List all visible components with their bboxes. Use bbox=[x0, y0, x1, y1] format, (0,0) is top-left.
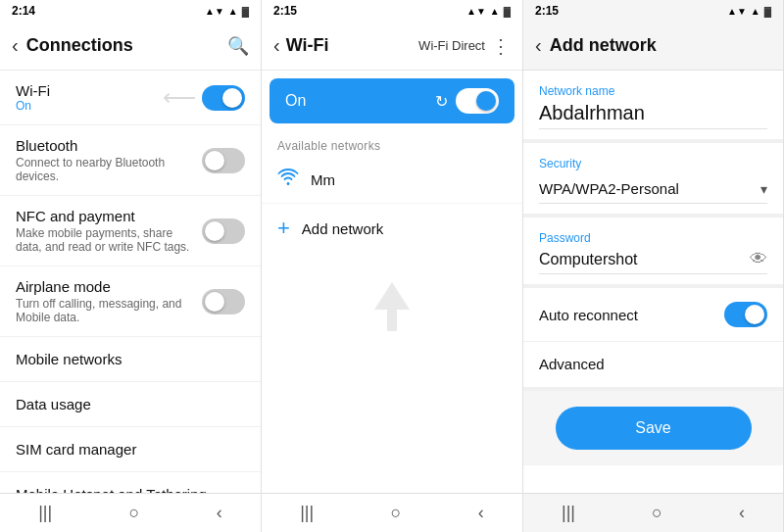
advanced-label: Advanced bbox=[539, 356, 605, 372]
add-network-title: Add network bbox=[550, 35, 771, 56]
wifi-status: On bbox=[16, 99, 163, 113]
back-button-3[interactable]: ‹ bbox=[535, 34, 542, 57]
wifi-icon-3: ▲ bbox=[751, 6, 760, 17]
bluetooth-toggle[interactable] bbox=[202, 148, 245, 173]
auto-reconnect-toggle[interactable] bbox=[724, 302, 767, 327]
time-3: 2:15 bbox=[535, 4, 559, 18]
nfc-sub: Make mobile payments, share data, and re… bbox=[16, 226, 202, 254]
save-button[interactable]: Save bbox=[556, 407, 752, 450]
bluetooth-name: Bluetooth bbox=[16, 137, 202, 154]
wifi-toggle[interactable] bbox=[202, 85, 245, 111]
network-name-section: Network name Abdalrhman bbox=[523, 71, 783, 143]
wifi-icon-2: ▲ bbox=[490, 6, 500, 17]
connections-title: Connections bbox=[26, 35, 220, 56]
nav-recent-2[interactable]: ||| bbox=[284, 499, 329, 527]
status-bar-2: 2:15 ▲▼ ▲ ▓ bbox=[262, 0, 522, 22]
nfc-name: NFC and payment bbox=[16, 208, 202, 224]
wifi-icon-1: ▲ bbox=[228, 6, 238, 17]
network-name-label: Network name bbox=[539, 84, 767, 98]
nav-bar-1: ||| ○ ‹ bbox=[0, 493, 261, 532]
password-label: Password bbox=[539, 231, 767, 245]
wifi-header: ‹ Wi-Fi Wi-Fi Direct ⋮ bbox=[262, 22, 522, 71]
battery-icon-3: ▓ bbox=[764, 6, 771, 17]
add-network-form: Network name Abdalrhman Security WPA/WPA… bbox=[523, 71, 783, 493]
available-networks-label: Available networks bbox=[262, 131, 522, 157]
wifi-on-toggle[interactable] bbox=[456, 88, 499, 114]
security-dropdown-arrow: ▾ bbox=[760, 181, 767, 197]
wifi-panel: 2:15 ▲▼ ▲ ▓ ‹ Wi-Fi Wi-Fi Direct ⋮ On ↻ … bbox=[262, 0, 523, 532]
signal-icon-2: ▲▼ bbox=[466, 6, 486, 17]
data-usage-item[interactable]: Data usage bbox=[0, 382, 261, 427]
airplane-info: Airplane mode Turn off calling, messagin… bbox=[16, 278, 202, 324]
wifi-arrow-hint: ⟵ bbox=[163, 84, 196, 112]
show-password-icon[interactable]: 👁 bbox=[750, 249, 767, 269]
nav-back-2[interactable]: ‹ bbox=[463, 499, 500, 527]
sim-card-manager-item[interactable]: SIM card manager bbox=[0, 427, 261, 472]
add-network-label: Add network bbox=[302, 220, 383, 237]
nav-back-1[interactable]: ‹ bbox=[201, 499, 238, 527]
refresh-icon[interactable]: ↻ bbox=[435, 92, 448, 111]
password-section: Password Computershot 👁 bbox=[523, 218, 783, 288]
auto-reconnect-section[interactable]: Auto reconnect bbox=[523, 288, 783, 342]
bluetooth-info: Bluetooth Connect to nearby Bluetooth de… bbox=[16, 137, 202, 183]
time-1: 2:14 bbox=[12, 4, 35, 18]
nav-bar-3: ||| ○ ‹ bbox=[523, 493, 783, 532]
search-icon-1[interactable]: 🔍 bbox=[227, 35, 249, 57]
nfc-item[interactable]: NFC and payment Make mobile payments, sh… bbox=[0, 196, 261, 266]
wifi-name: Wi-Fi On bbox=[16, 82, 163, 113]
airplane-item[interactable]: Airplane mode Turn off calling, messagin… bbox=[0, 266, 261, 337]
connections-list: Wi-Fi On ⟵ Bluetooth Connect to nearby B… bbox=[0, 71, 261, 493]
nav-recent-3[interactable]: ||| bbox=[546, 499, 591, 527]
airplane-name: Airplane mode bbox=[16, 278, 202, 295]
airplane-toggle[interactable] bbox=[202, 289, 245, 314]
nav-back-3[interactable]: ‹ bbox=[723, 499, 760, 527]
back-button-1[interactable]: ‹ bbox=[12, 34, 19, 57]
nfc-toggle[interactable] bbox=[202, 218, 245, 244]
back-button-2[interactable]: ‹ bbox=[273, 34, 280, 57]
airplane-sub: Turn off calling, messaging, and Mobile … bbox=[16, 297, 202, 324]
security-section: Security WPA/WPA2-Personal ▾ bbox=[523, 143, 783, 218]
add-network-header: ‹ Add network bbox=[523, 22, 783, 71]
hotspot-item[interactable]: Mobile Hotspot and Tethering bbox=[0, 472, 261, 493]
password-row: Computershot 👁 bbox=[539, 249, 767, 274]
signal-icon-3: ▲▼ bbox=[727, 6, 747, 17]
bluetooth-sub: Connect to nearby Bluetooth devices. bbox=[16, 156, 202, 183]
security-value: WPA/WPA2-Personal bbox=[539, 180, 679, 197]
connections-panel: 2:14 ▲▼ ▲ ▓ ‹ Connections 🔍 Wi-Fi On ⟵ bbox=[0, 0, 262, 532]
wifi-on-bar[interactable]: On ↻ bbox=[270, 78, 514, 123]
bluetooth-item[interactable]: Bluetooth Connect to nearby Bluetooth de… bbox=[0, 125, 261, 196]
security-dropdown[interactable]: WPA/WPA2-Personal ▾ bbox=[539, 174, 767, 204]
status-icons-2: ▲▼ ▲ ▓ bbox=[466, 6, 511, 17]
mobile-networks-item[interactable]: Mobile networks bbox=[0, 337, 261, 382]
nav-bar-2: ||| ○ ‹ bbox=[262, 493, 522, 532]
wifi-menu-button[interactable]: ⋮ bbox=[491, 34, 511, 58]
security-label: Security bbox=[539, 157, 767, 170]
time-2: 2:15 bbox=[273, 4, 297, 18]
add-network-item[interactable]: + Add network bbox=[262, 204, 522, 253]
nav-home-3[interactable]: ○ bbox=[636, 499, 678, 527]
password-value[interactable]: Computershot bbox=[539, 251, 750, 268]
nav-recent-1[interactable]: ||| bbox=[23, 499, 68, 527]
nav-home-1[interactable]: ○ bbox=[114, 499, 156, 527]
wifi-item[interactable]: Wi-Fi On ⟵ bbox=[0, 71, 261, 125]
auto-reconnect-label: Auto reconnect bbox=[539, 307, 638, 323]
wifi-signal-icon bbox=[277, 169, 299, 191]
network-name-value[interactable]: Abdalrhman bbox=[539, 102, 767, 129]
status-bar-3: 2:15 ▲▼ ▲ ▓ bbox=[523, 0, 783, 22]
add-network-plus-icon: + bbox=[277, 216, 290, 241]
add-network-arrow bbox=[262, 253, 522, 341]
connections-header: ‹ Connections 🔍 bbox=[0, 22, 261, 71]
network-mm-item[interactable]: Mm bbox=[262, 157, 522, 204]
battery-icon-1: ▓ bbox=[242, 6, 249, 17]
add-network-panel: 2:15 ▲▼ ▲ ▓ ‹ Add network Network name A… bbox=[523, 0, 784, 532]
advanced-section[interactable]: Advanced bbox=[523, 342, 783, 391]
wifi-info: Wi-Fi On bbox=[16, 82, 163, 113]
save-section: Save bbox=[523, 391, 783, 465]
status-icons-3: ▲▼ ▲ ▓ bbox=[727, 6, 771, 17]
wifi-on-label: On bbox=[285, 92, 306, 110]
wifi-toggle-area: ↻ bbox=[435, 88, 499, 114]
network-mm-name: Mm bbox=[311, 171, 335, 188]
battery-icon-2: ▓ bbox=[504, 6, 511, 17]
wifi-direct-button[interactable]: Wi-Fi Direct bbox=[418, 38, 485, 53]
nav-home-2[interactable]: ○ bbox=[375, 499, 417, 527]
